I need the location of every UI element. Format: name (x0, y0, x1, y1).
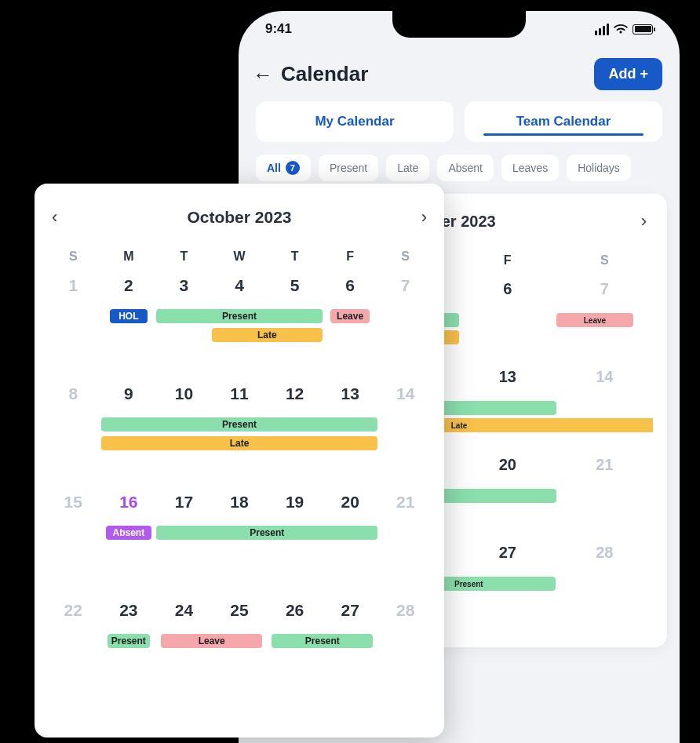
wifi-icon (614, 24, 628, 35)
tag-holiday: HOL (110, 309, 148, 323)
chip-late[interactable]: Late (386, 155, 429, 181)
prev-month-icon[interactable]: ‹ (46, 204, 64, 231)
next-month-icon[interactable]: › (635, 208, 653, 235)
battery-icon (633, 24, 653, 35)
chip-all-badge: 7 (286, 161, 300, 175)
phone-notch (392, 11, 526, 38)
chip-leaves[interactable]: Leaves (501, 155, 559, 181)
tag-present: Present (156, 526, 377, 540)
tag-leave: Leave (330, 309, 370, 323)
chip-all[interactable]: All 7 (256, 155, 311, 181)
app-title: Calendar (281, 62, 368, 86)
month-label: October 2023 (187, 208, 291, 227)
add-button[interactable]: Add + (594, 58, 662, 90)
app-header: ← Calendar Add + (239, 47, 680, 101)
back-icon[interactable]: ← (253, 64, 273, 85)
calendar-tabs: My Calendar Team Calendar (239, 101, 680, 150)
tag-late: Late (101, 436, 378, 450)
chip-absent[interactable]: Absent (437, 155, 494, 181)
calendar-grid: S M T W T F S 1 2 3 4 5 6 7 HOL Present … (46, 245, 433, 701)
tag-present: Present (156, 309, 323, 323)
tab-my-calendar[interactable]: My Calendar (256, 101, 454, 142)
calendar-card: ‹ October 2023 › S M T W T F S 1 2 3 4 5… (35, 184, 444, 738)
tag-leave: Leave (161, 634, 262, 648)
chip-holidays[interactable]: Holidays (567, 155, 631, 181)
signal-icon (595, 24, 609, 35)
tag-absent: Absent (106, 526, 152, 540)
tag-late: Late (212, 328, 323, 342)
next-month-icon[interactable]: › (415, 204, 433, 231)
tag-present: Present (108, 634, 151, 648)
chip-present[interactable]: Present (319, 155, 378, 181)
tag-present: Present (101, 417, 378, 432)
tag-present: Present (272, 634, 373, 648)
tab-team-calendar[interactable]: Team Calendar (465, 101, 662, 142)
status-time: 9:41 (265, 21, 292, 37)
